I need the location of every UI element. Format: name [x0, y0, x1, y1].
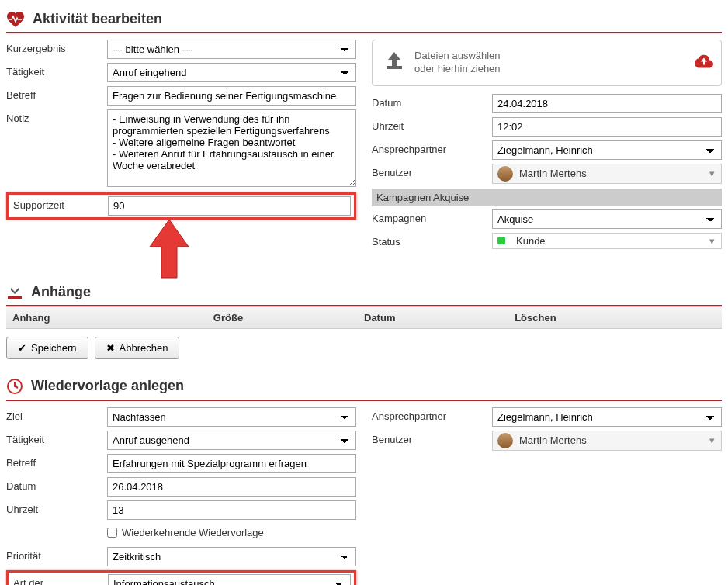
followup-section-header: Wiedervorlage anlegen	[6, 373, 722, 401]
status-dot-icon	[497, 237, 505, 244]
benutzer-row: Benutzer Martin Mertens ▾	[372, 164, 722, 184]
benutzer-select[interactable]: Martin Mertens ▾	[492, 164, 722, 184]
prioritaet-select[interactable]: Zeitkritisch	[107, 547, 356, 566]
art-label: Art der Wiedervorlage	[10, 574, 108, 585]
kampagnen-section-bar: Kampagnen Akquise	[372, 189, 722, 206]
uhrzeit-row: Uhrzeit	[372, 117, 722, 137]
cloud-upload-icon	[695, 54, 713, 71]
taetigkeit-select[interactable]: Anruf eingehend	[107, 63, 356, 82]
ansprechpartner-row: Ansprechpartner Ziegelmann, Heinrich	[372, 140, 722, 161]
status-row: Status Kunde ▾	[372, 233, 722, 253]
clock-icon	[6, 378, 23, 395]
arrow-up-icon	[146, 220, 192, 284]
check-icon: ✔	[18, 342, 26, 354]
dropzone-text-1: Dateien auswählen	[414, 50, 501, 63]
file-dropzone[interactable]: Dateien auswählen oder hierhin ziehen	[372, 40, 722, 86]
status-select[interactable]: Kunde ▾	[492, 233, 722, 249]
col-groesse: Größe	[213, 312, 364, 324]
taetigkeit-row: Tätigkeit Anruf eingehend	[6, 63, 356, 83]
notiz-textarea[interactable]: - Einweisung in Verwendung des für ihn p…	[107, 109, 356, 187]
fu-datum-row: Datum	[6, 477, 356, 497]
fu-betreff-row: Betreff	[6, 454, 356, 474]
heartbeat-icon	[6, 12, 25, 27]
uhrzeit-input[interactable]	[492, 117, 722, 137]
kurzergebnis-select[interactable]: --- bitte wählen ---	[107, 40, 356, 59]
fu-benutzer-label: Benutzer	[372, 431, 492, 445]
attachments-table-header: Anhang Größe Datum Löschen	[6, 306, 722, 329]
supportzeit-label: Supportzeit	[10, 196, 108, 216]
fu-uhrzeit-row: Uhrzeit	[6, 500, 356, 521]
download-icon	[6, 284, 23, 299]
notiz-label: Notiz	[6, 109, 107, 124]
recurring-label: Wiederkehrende Wiedervorlage	[122, 527, 264, 538]
fu-benutzer-value: Martin Mertens	[519, 434, 587, 446]
benutzer-value: Martin Mertens	[519, 168, 587, 179]
kampagnen-select[interactable]: Akquise	[492, 209, 722, 229]
fu-datum-label: Datum	[6, 477, 107, 492]
avatar-icon	[497, 166, 513, 182]
taetigkeit-label: Tätigkeit	[6, 63, 107, 78]
fu-taetigkeit-label: Tätigkeit	[6, 431, 107, 445]
chevron-down-icon: ▾	[709, 434, 715, 446]
status-value: Kunde	[516, 235, 546, 247]
datum-input[interactable]	[492, 94, 722, 113]
fu-ansprechpartner-row: Ansprechpartner Ziegelmann, Heinrich	[372, 407, 722, 428]
dropzone-text-2: oder hierhin ziehen	[414, 63, 501, 76]
status-label: Status	[372, 233, 492, 248]
kurzergebnis-row: Kurzergebnis --- bitte wählen ---	[6, 40, 356, 60]
activity-title: Aktivität bearbeiten	[33, 11, 162, 27]
fu-taetigkeit-row: Tätigkeit Anruf ausgehend	[6, 431, 356, 451]
art-highlight: Art der Wiedervorlage Informationsaustau…	[6, 570, 356, 585]
betreff-label: Betreff	[6, 86, 107, 101]
fu-benutzer-row: Benutzer Martin Mertens ▾	[372, 431, 722, 451]
fu-betreff-label: Betreff	[6, 454, 107, 469]
col-anhang: Anhang	[12, 312, 213, 324]
ziel-select[interactable]: Nachfassen	[107, 407, 356, 427]
fu-benutzer-select[interactable]: Martin Mertens ▾	[492, 431, 722, 451]
prioritaet-label: Priorität	[6, 547, 107, 562]
benutzer-label: Benutzer	[372, 164, 492, 178]
activity-section-header: Aktivität bearbeiten	[6, 6, 722, 33]
kampagnen-label: Kampagnen	[372, 209, 492, 224]
cancel-button[interactable]: ✖ Abbrechen	[95, 337, 180, 359]
ansprechpartner-label: Ansprechpartner	[372, 140, 492, 155]
fu-uhrzeit-input[interactable]	[107, 500, 356, 520]
fu-ansprechpartner-select[interactable]: Ziegelmann, Heinrich	[492, 407, 722, 427]
art-select[interactable]: Informationsaustausch	[108, 574, 351, 585]
recurring-row: Wiederkehrende Wiedervorlage	[6, 524, 356, 544]
datum-row: Datum	[372, 94, 722, 114]
notiz-row: Notiz - Einweisung in Verwendung des für…	[6, 109, 356, 189]
betreff-row: Betreff	[6, 86, 356, 106]
upload-icon	[383, 52, 405, 73]
uhrzeit-label: Uhrzeit	[372, 117, 492, 132]
close-icon: ✖	[106, 342, 115, 354]
attachments-title: Anhänge	[31, 284, 91, 300]
save-button[interactable]: ✔ Speichern	[6, 337, 88, 359]
col-loeschen: Löschen	[515, 312, 716, 324]
supportzeit-input[interactable]	[108, 196, 351, 216]
supportzeit-highlight: Supportzeit	[6, 192, 356, 220]
prioritaet-row: Priorität Zeitkritisch	[6, 547, 356, 567]
attachments-header: Anhänge	[6, 279, 722, 306]
datum-label: Datum	[372, 94, 492, 109]
fu-taetigkeit-select[interactable]: Anruf ausgehend	[107, 431, 356, 450]
fu-betreff-input[interactable]	[107, 454, 356, 473]
followup-title: Wiedervorlage anlegen	[31, 378, 184, 394]
chevron-down-icon: ▾	[709, 235, 715, 247]
ziel-label: Ziel	[6, 407, 107, 422]
chevron-down-icon: ▾	[709, 168, 715, 179]
ziel-row: Ziel Nachfassen	[6, 407, 356, 428]
fu-uhrzeit-label: Uhrzeit	[6, 500, 107, 515]
betreff-input[interactable]	[107, 86, 356, 106]
kampagnen-row: Kampagnen Akquise	[372, 209, 722, 230]
fu-datum-input[interactable]	[107, 477, 356, 497]
col-datum: Datum	[364, 312, 515, 324]
ansprechpartner-select[interactable]: Ziegelmann, Heinrich	[492, 140, 722, 160]
fu-ansprechpartner-label: Ansprechpartner	[372, 407, 492, 422]
kurzergebnis-label: Kurzergebnis	[6, 40, 107, 54]
avatar-icon	[497, 433, 513, 448]
recurring-checkbox[interactable]	[107, 528, 117, 538]
